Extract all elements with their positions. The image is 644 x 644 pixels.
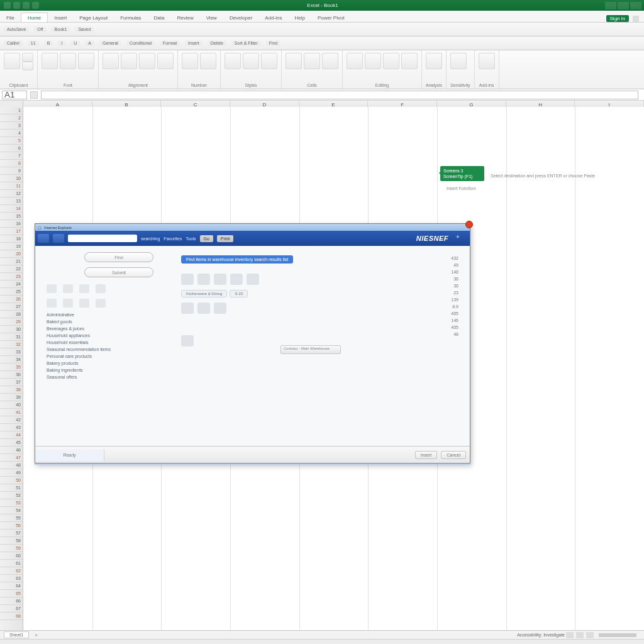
row-header[interactable]: 11 <box>0 182 23 190</box>
maximize-button[interactable] <box>618 2 629 9</box>
row-header[interactable]: 68 <box>0 613 23 620</box>
result-thumb-9[interactable] <box>181 335 194 347</box>
filter-icon-6[interactable] <box>63 299 73 308</box>
nav-favorites[interactable]: Favorites <box>164 236 182 241</box>
autosum-button[interactable] <box>347 53 363 69</box>
view-normal-icon[interactable] <box>566 632 574 638</box>
row-header[interactable]: 50 <box>0 477 23 484</box>
row-header[interactable]: 13 <box>0 197 23 205</box>
font-size[interactable]: 11 <box>28 40 39 46</box>
result-thumb-5[interactable] <box>247 274 259 285</box>
row-header[interactable]: 64 <box>0 582 23 590</box>
row-header[interactable]: 4 <box>0 130 23 137</box>
nav-back-button[interactable] <box>38 234 49 243</box>
tab-developer[interactable]: Developer <box>223 13 258 22</box>
breadcrumb-chip-1[interactable]: Kitchenware & Dining <box>181 290 227 297</box>
row-header[interactable]: 15 <box>0 213 23 220</box>
tab-addins[interactable]: Add-ins <box>258 13 288 22</box>
insert-cells[interactable]: Insert <box>185 40 203 46</box>
row-header[interactable]: 40 <box>0 401 23 409</box>
row-header[interactable]: 23 <box>0 273 23 280</box>
row-header[interactable]: 32 <box>0 341 23 348</box>
sign-in-button[interactable]: Sign in <box>606 15 629 22</box>
sheet-tab-1[interactable]: Sheet1 <box>4 631 29 638</box>
filter-icon-3[interactable] <box>79 284 89 293</box>
dialog-cancel-button[interactable]: Cancel <box>441 451 466 459</box>
cat-item[interactable]: Household appliances <box>47 332 172 339</box>
autosave-state[interactable]: Off <box>34 26 46 32</box>
row-header[interactable]: 60 <box>0 552 23 560</box>
format-button[interactable]: Format <box>160 40 180 46</box>
sensitivity-button[interactable] <box>450 53 467 69</box>
underline-button[interactable]: U <box>70 40 80 46</box>
row-header[interactable]: 8 <box>0 160 23 167</box>
name-box[interactable] <box>2 91 27 99</box>
row-header[interactable]: 16 <box>0 220 23 228</box>
row-header[interactable]: 47 <box>0 454 23 462</box>
row-header[interactable]: 51 <box>0 484 23 492</box>
row-header[interactable]: 6 <box>0 145 23 152</box>
dialog-ok-button[interactable]: Insert <box>415 451 438 459</box>
row-header[interactable]: 45 <box>0 439 23 447</box>
sort-filter[interactable]: Sort & Filter <box>231 40 261 46</box>
formula-input[interactable] <box>41 91 638 99</box>
clear-button[interactable] <box>383 53 399 69</box>
row-header[interactable]: 56 <box>0 522 23 530</box>
cat-item[interactable]: Administrative <box>47 311 172 318</box>
zoom-slider[interactable] <box>599 633 636 637</box>
row-header[interactable]: 44 <box>0 431 23 439</box>
align-left-button[interactable] <box>103 53 119 69</box>
fill-button[interactable] <box>365 53 381 69</box>
address-input[interactable] <box>68 235 137 242</box>
number-format-button[interactable] <box>182 53 198 69</box>
result-thumb-3[interactable] <box>214 274 226 285</box>
row-header[interactable]: 10 <box>0 175 23 182</box>
format-cell-button[interactable] <box>322 53 338 69</box>
row-header[interactable]: 27 <box>0 303 23 311</box>
result-thumb-7[interactable] <box>197 303 210 314</box>
fill-color-button[interactable] <box>78 53 94 69</box>
filter-icon-1[interactable] <box>47 284 57 293</box>
new-sheet-button[interactable]: ＋ <box>30 632 42 638</box>
cat-item[interactable]: Personal care products <box>47 353 172 360</box>
cell-styles-button[interactable] <box>261 53 277 69</box>
tab-review[interactable]: Review <box>170 13 199 22</box>
dialog-titlebar[interactable]: ▢ Internet Explorer <box>35 224 470 231</box>
cat-item[interactable]: Baking ingredients <box>47 367 172 374</box>
row-header[interactable]: 17 <box>0 228 23 235</box>
search-input-1[interactable]: Find <box>84 252 153 262</box>
delete-cell-button[interactable] <box>304 53 320 69</box>
tab-view[interactable]: View <box>200 13 223 22</box>
qat-redo-icon[interactable] <box>23 2 30 9</box>
conditional-formatting-button[interactable] <box>225 53 241 69</box>
breadcrumb-chip-2[interactable]: S-23 <box>230 290 248 297</box>
addins-button[interactable] <box>479 53 495 69</box>
row-header[interactable]: 5 <box>0 137 23 145</box>
row-header[interactable]: 18 <box>0 235 23 243</box>
merge-button[interactable] <box>157 53 174 69</box>
filter-icon-7[interactable] <box>79 299 89 308</box>
row-header[interactable]: 30 <box>0 326 23 333</box>
row-header[interactable]: 34 <box>0 356 23 364</box>
paste-button[interactable] <box>4 53 20 69</box>
tab-insert[interactable]: Insert <box>48 13 73 22</box>
row-header[interactable]: 36 <box>0 371 23 379</box>
row-header[interactable]: 66 <box>0 597 23 605</box>
tab-home[interactable]: Home <box>21 13 48 22</box>
nav-print-button[interactable]: Print <box>217 235 233 242</box>
delete-cells[interactable]: Delete <box>208 40 226 46</box>
tab-page-layout[interactable]: Page Layout <box>73 13 114 22</box>
row-header[interactable]: 7 <box>0 152 23 160</box>
row-header[interactable]: 43 <box>0 424 23 431</box>
minimize-button[interactable] <box>605 2 616 9</box>
row-header[interactable]: 28 <box>0 311 23 318</box>
qat-save-icon[interactable] <box>4 2 11 9</box>
row-header[interactable]: 31 <box>0 333 23 341</box>
result-thumb-4[interactable] <box>230 274 243 285</box>
row-header[interactable]: 61 <box>0 560 23 567</box>
row-header[interactable]: 3 <box>0 122 23 130</box>
filter-icon-5[interactable] <box>47 299 57 308</box>
result-thumb-8[interactable] <box>214 303 226 314</box>
ribbon-options-icon[interactable] <box>633 16 639 22</box>
tab-help[interactable]: Help <box>288 13 311 22</box>
